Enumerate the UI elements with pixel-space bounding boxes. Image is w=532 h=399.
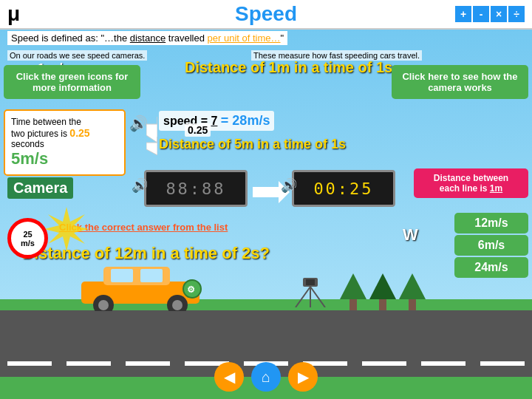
speed-def-quote: "…the	[100, 33, 129, 44]
time-line1: Time between the	[11, 117, 118, 127]
svg-rect-5	[306, 279, 315, 285]
nav-prev-button[interactable]: ◀	[214, 362, 244, 392]
svg-rect-12	[140, 269, 163, 282]
tree-2	[369, 273, 396, 310]
road-dash	[126, 361, 170, 366]
navigation-buttons: ◀ ⌂ ▶	[214, 362, 318, 392]
green-info-box-left[interactable]: Click the green icons for more informati…	[4, 65, 140, 99]
speed-eq-denominator: 0.25	[185, 123, 211, 137]
answer-option-3[interactable]: 24m/s	[454, 257, 528, 278]
timer-display: 00:25	[292, 170, 395, 207]
speed-def-end: "	[281, 33, 284, 44]
answer-option-2[interactable]: 6m/s	[454, 235, 528, 256]
time-box-speed: 5m/s	[11, 149, 118, 168]
header-bar: μ Speed + - × ÷	[0, 0, 532, 30]
road-dash	[480, 361, 525, 366]
svg-line-8	[310, 287, 325, 307]
sound-icon-3[interactable]: 🔊	[281, 177, 297, 194]
digital-display: 88:88	[144, 170, 248, 207]
time-value: 0.25	[69, 127, 89, 139]
time-between-box: Time between the two pictures is 0.25 se…	[4, 109, 126, 176]
digital-display-text: 88:88	[166, 180, 225, 198]
sound-icon-2[interactable]: 🔊	[132, 177, 148, 194]
road-dash	[362, 361, 406, 366]
sound-icon-1[interactable]: 🔊	[129, 115, 148, 132]
dist-5m-text: Distance of 5m in a time of 1s	[159, 137, 346, 152]
camera-tripod	[288, 278, 332, 310]
w-label: W	[403, 225, 418, 245]
road-dash	[7, 361, 52, 366]
svg-rect-11	[111, 269, 133, 282]
dist-between-line1: Distance between	[434, 173, 508, 183]
speed-equation: speed = 7 = 28m/s	[159, 111, 274, 131]
camera-label: Camera	[7, 177, 73, 199]
multiply-button[interactable]: ×	[491, 6, 507, 22]
speed-sign-unit: m/s	[21, 239, 35, 248]
speed-sign: 25 m/s	[7, 218, 48, 259]
car-illustration: ⚙	[74, 259, 207, 314]
dist5m-arrow	[146, 137, 157, 155]
svg-text:⚙: ⚙	[187, 284, 195, 295]
mu-symbol: μ	[7, 2, 20, 26]
zoom-minus-button[interactable]: -	[473, 6, 489, 22]
speed-def-distance: distance	[130, 33, 166, 44]
svg-point-14	[98, 300, 109, 310]
dist-1m-heading: Distance of 1m in a time of 1s	[185, 59, 392, 76]
nav-next-button[interactable]: ▶	[288, 362, 318, 392]
dist-between-line2: each line is	[440, 183, 490, 194]
zoom-plus-button[interactable]: +	[455, 6, 471, 22]
speed-def-label: Speed is defined as:	[11, 33, 98, 44]
road-dash	[66, 361, 111, 366]
road-dash	[421, 361, 466, 366]
svg-point-16	[172, 300, 183, 310]
answer-option-1[interactable]: 12m/s	[454, 213, 528, 233]
speed-eq-numerator: 7	[211, 115, 217, 127]
svg-marker-1	[146, 137, 157, 155]
timer-display-text: 00:25	[313, 180, 373, 198]
page-title: Speed	[235, 2, 297, 26]
time-line2: two pictures is 0.25	[11, 127, 118, 139]
tree-3	[399, 273, 426, 310]
speed-sign-value: 25	[23, 230, 32, 239]
time-seconds: seconds	[11, 139, 118, 149]
tree-1	[340, 273, 366, 310]
dist-between-unit: 1m	[490, 183, 502, 194]
dist-between-box: Distance between each line is 1m	[414, 168, 528, 198]
speed-definition: Speed is defined as: "…the distance trav…	[7, 31, 287, 45]
camera-info-box-right[interactable]: Click here to see how the camera works	[392, 65, 528, 99]
header-controls: + - × ÷	[455, 6, 525, 22]
speed-def-travelled: travelled	[166, 33, 207, 44]
speed-eq-result: = 28m/s	[221, 113, 270, 128]
divide-button[interactable]: ÷	[508, 6, 525, 22]
svg-line-6	[296, 287, 310, 307]
speed-def-per-unit: per unit of time…	[208, 33, 281, 44]
camera-burst	[41, 203, 92, 255]
svg-marker-2	[44, 207, 89, 251]
nav-home-button[interactable]: ⌂	[251, 362, 281, 392]
roads-text: On our roads we see speed cameras.	[7, 50, 147, 61]
